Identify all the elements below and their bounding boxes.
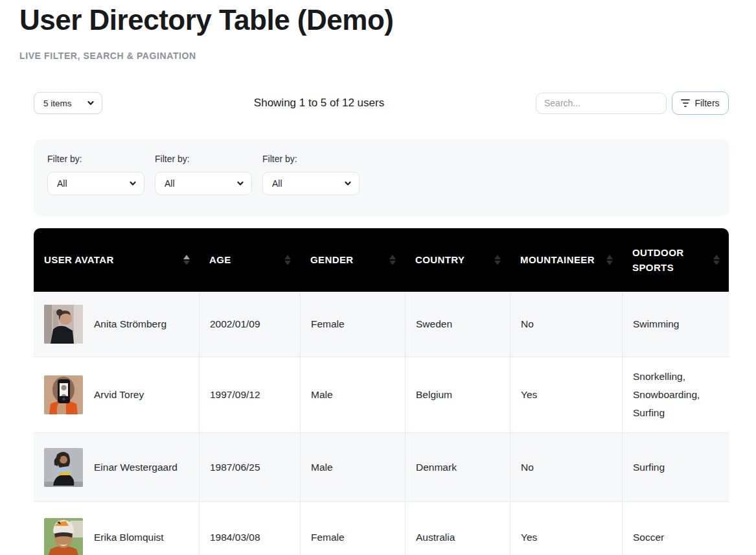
table-row: Einar Westergaard 1987/06/25 Male Denmar…	[34, 433, 729, 502]
filter-by-label: Filter by:	[262, 154, 360, 164]
gender-cell: Female	[300, 502, 405, 555]
table-row: Erika Blomquist 1984/03/08 Female Austra…	[34, 502, 729, 555]
column-label: AGE	[209, 252, 231, 267]
avatar	[44, 375, 83, 414]
chevron-down-icon	[130, 180, 136, 187]
mountaineer-cell: Yes	[510, 357, 622, 432]
page-title: User Directory Table (Demo)	[19, 4, 393, 36]
filter-select-2[interactable]: All	[155, 172, 252, 195]
column-header-age[interactable]: AGE	[199, 228, 300, 292]
outdoor-sports-cell: Swimming	[622, 292, 729, 357]
column-label: USER AVATAR	[44, 252, 114, 267]
filter-by-label: Filter by:	[155, 154, 252, 164]
toolbar: 5 items Showing 1 to 5 of 12 users Filte…	[34, 91, 729, 115]
age-cell: 2002/01/09	[199, 292, 300, 357]
user-name: Anita Strömberg	[94, 316, 166, 332]
filters-button[interactable]: Filters	[672, 91, 729, 115]
avatar	[44, 305, 83, 344]
column-header-gender[interactable]: GENDER	[300, 228, 405, 292]
outdoor-sports-cell: Soccer	[622, 502, 729, 555]
sort-asc-icon	[183, 255, 192, 265]
table-row: Arvid Torey 1997/09/12 Male Belgium Yes …	[34, 357, 729, 433]
outdoor-sports-cell: Snorkelling, Snowboarding, Surfing	[622, 357, 729, 432]
column-header-mountaineer[interactable]: MOUNTAINEER	[510, 228, 622, 292]
items-per-page-select[interactable]: 5 items	[34, 92, 102, 114]
chevron-down-icon	[237, 180, 244, 187]
filters-button-label: Filters	[694, 98, 719, 108]
sort-icon	[606, 255, 615, 265]
table-header: USER AVATAR AGE GENDER COUNTRY MOUNTAINE…	[34, 228, 729, 292]
table-row: Anita Strömberg 2002/01/09 Female Sweden…	[34, 292, 729, 357]
column-label: GENDER	[310, 252, 354, 267]
sort-icon	[389, 255, 398, 265]
filter-group-3: Filter by: All	[262, 154, 360, 216]
avatar	[44, 448, 83, 487]
user-avatar-cell: Arvid Torey	[34, 357, 199, 432]
mountaineer-cell: No	[510, 292, 622, 357]
column-label: OUTDOOR SPORTS	[632, 245, 704, 276]
filter-select-3-value: All	[272, 178, 345, 189]
country-cell: Belgium	[405, 357, 510, 432]
user-name: Arvid Torey	[94, 387, 144, 403]
filter-group-2: Filter by: All	[155, 154, 252, 216]
user-directory-page: User Directory Table (Demo) LIVE FILTER,…	[0, 0, 756, 555]
filter-panel: Filter by: All Filter by: All Filter by:…	[34, 139, 729, 216]
age-cell: 1987/06/25	[199, 433, 300, 501]
items-per-page-value: 5 items	[43, 99, 82, 108]
filter-select-2-value: All	[165, 178, 237, 189]
mountaineer-cell: Yes	[510, 502, 622, 555]
chevron-down-icon	[345, 180, 351, 187]
showing-count-text: Showing 1 to 5 of 12 users	[102, 97, 536, 110]
column-header-outdoor-sports[interactable]: OUTDOOR SPORTS	[622, 228, 729, 292]
avatar	[44, 518, 83, 555]
country-cell: Australia	[405, 502, 510, 555]
column-header-user-avatar[interactable]: USER AVATAR	[34, 228, 199, 292]
filter-lines-icon	[681, 99, 690, 107]
filter-by-label: Filter by:	[47, 154, 144, 164]
country-cell: Denmark	[405, 433, 510, 501]
page-subtitle: LIVE FILTER, SEARCH & PAGINATION	[19, 51, 196, 61]
gender-cell: Female	[300, 292, 405, 357]
column-header-country[interactable]: COUNTRY	[405, 228, 510, 292]
sort-icon	[713, 255, 722, 265]
mountaineer-cell: No	[510, 433, 622, 501]
column-label: MOUNTAINEER	[520, 252, 591, 267]
age-cell: 1997/09/12	[199, 357, 300, 432]
column-label: COUNTRY	[415, 252, 464, 267]
filter-select-3[interactable]: All	[262, 172, 360, 195]
user-avatar-cell: Einar Westergaard	[34, 433, 199, 501]
filter-group-1: Filter by: All	[47, 154, 144, 216]
user-avatar-cell: Erika Blomquist	[34, 502, 199, 555]
user-name: Einar Westergaard	[94, 460, 178, 475]
filter-select-1[interactable]: All	[47, 172, 144, 195]
sort-icon	[284, 255, 293, 265]
table-body: Anita Strömberg 2002/01/09 Female Sweden…	[34, 292, 729, 555]
country-cell: Sweden	[405, 292, 510, 357]
age-cell: 1984/03/08	[199, 502, 300, 555]
gender-cell: Male	[300, 357, 405, 432]
user-name: Erika Blomquist	[94, 530, 164, 545]
outdoor-sports-cell: Surfing	[622, 433, 729, 501]
user-table: USER AVATAR AGE GENDER COUNTRY MOUNTAINE…	[34, 228, 729, 555]
user-avatar-cell: Anita Strömberg	[34, 292, 199, 357]
gender-cell: Male	[300, 433, 405, 501]
sort-icon	[494, 255, 503, 265]
search-input[interactable]	[536, 93, 667, 114]
chevron-down-icon	[87, 100, 94, 106]
filter-select-1-value: All	[57, 178, 130, 189]
